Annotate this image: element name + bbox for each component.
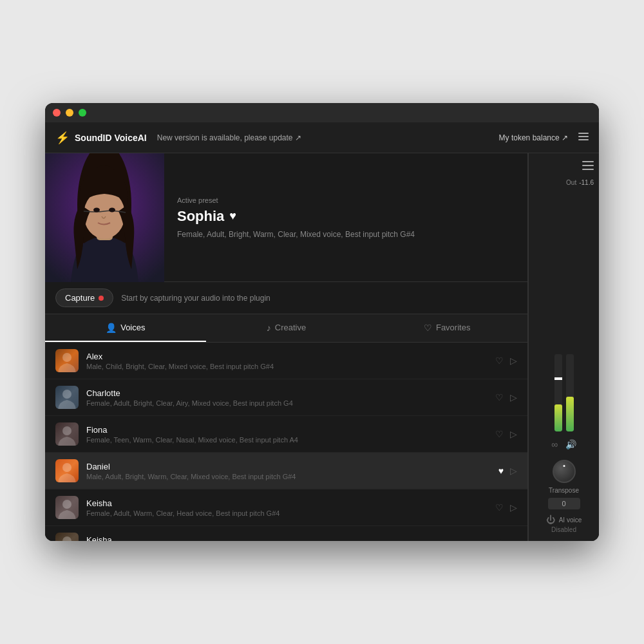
voice-play-alex[interactable]: ▷ [510,355,517,366]
minimize-button[interactable] [66,109,73,117]
voice-tags-fiona: Female, Teen, Warm, Clear, Nasal, Mixed … [86,436,488,444]
capture-hint: Start by capturing your audio into the p… [121,294,270,303]
logo-icon: ⚡ [55,131,70,145]
voice-info-charlotte: Charlotte Female, Adult, Bright, Clear, … [86,388,488,407]
voice-avatar-charlotte [55,386,79,409]
voice-name-fiona: Fiona [86,425,488,435]
voice-row-charlotte[interactable]: Charlotte Female, Adult, Bright, Clear, … [45,379,527,416]
voice-actions-charlotte: ♡ ▷ [495,392,517,402]
voice-actions-fiona: ♡ ▷ [495,429,517,439]
app-body: ⚡ SoundID VoiceAI New version is availab… [45,122,599,541]
voice-heart-keisha1[interactable]: ♡ [495,502,504,513]
tabs-bar: 👤 Voices ♪ Creative ♡ Favorites [45,314,527,343]
close-button[interactable] [53,109,61,117]
creative-icon: ♪ [267,323,271,333]
link-icon[interactable]: ∞ [551,439,558,450]
voices-icon: 👤 [106,323,117,333]
preset-tags: Female, Adult, Bright, Warm, Clear, Mixe… [177,230,515,239]
voice-avatar-alex [55,349,79,372]
menu-icon[interactable] [578,133,589,140]
ai-voice-label: AI voice [559,516,582,524]
svg-point-4 [93,208,100,213]
voice-name-charlotte: Charlotte [86,388,488,398]
voice-avatar-fiona [55,422,79,446]
tab-creative-label: Creative [275,323,306,332]
update-notice[interactable]: New version is available, please update … [157,133,489,142]
voice-name-daniel: Daniel [86,462,491,471]
logo: ⚡ SoundID VoiceAI [55,131,147,145]
voice-row-daniel[interactable]: Daniel Male, Adult, Bright, Warm, Clear,… [45,453,527,489]
capture-label: Capture [65,293,95,303]
voice-actions-alex: ♡ ▷ [495,355,517,366]
transpose-value[interactable]: 0 [548,498,580,509]
voice-heart-charlotte[interactable]: ♡ [495,392,504,402]
preset-name: Sophia ♥ [177,208,515,225]
power-icon[interactable]: ⏻ [546,515,555,525]
right-panel: Out -11.6 ∞ 🔊 [528,153,599,541]
voice-row-fiona[interactable]: Fiona Female, Teen, Warm, Clear, Nasal, … [45,416,527,453]
voice-play-fiona[interactable]: ▷ [510,429,517,439]
voice-name-keisha1: Keisha [86,498,488,508]
voice-info-keisha2: Keisha Female, Adult, Warm, Airy, Mixed … [86,535,488,542]
vu-fill-left [554,404,562,431]
rec-dot [99,296,104,301]
menu-line-3 [578,139,589,140]
voice-actions-daniel: ♥ ▷ [498,466,517,476]
transpose-knob[interactable] [553,460,576,483]
out-value: -11.6 [579,179,594,186]
right-menu-icon[interactable] [582,161,594,170]
tab-voices-label: Voices [120,323,145,332]
voice-avatar-keisha1 [55,496,79,519]
transpose-section: Transpose 0 [548,460,580,509]
voice-heart-fiona[interactable]: ♡ [495,429,504,439]
volume-icon[interactable]: 🔊 [565,439,576,450]
ai-voice-power-row: ⏻ AI voice [546,515,582,525]
voice-play-charlotte[interactable]: ▷ [510,392,517,402]
voice-heart-alex[interactable]: ♡ [495,355,504,366]
voice-heart-keisha2[interactable]: ♡ [495,539,504,541]
out-label: Out [566,179,576,186]
token-balance-link[interactable]: My token balance ↗ [499,133,568,142]
tab-creative[interactable]: ♪ Creative [206,314,367,342]
sophia-avatar [45,153,164,282]
svg-point-7 [62,390,71,399]
capture-bar: Capture Start by capturing your audio in… [45,282,527,314]
voice-info-alex: Alex Male, Child, Bright, Clear, Mixed v… [86,352,488,370]
voice-play-keisha1[interactable]: ▷ [510,502,517,513]
tab-favorites-label: Favorites [436,323,470,332]
preset-info: Active preset Sophia ♥ Female, Adult, Br… [164,153,527,281]
voice-list: Alex Male, Child, Bright, Clear, Mixed v… [45,343,527,541]
capture-button[interactable]: Capture [55,289,113,307]
header: ⚡ SoundID VoiceAI New version is availab… [45,122,599,153]
voice-actions-keisha1: ♡ ▷ [495,502,517,513]
voice-tags-daniel: Male, Adult, Bright, Warm, Clear, Mixed … [86,473,491,480]
vu-track-left [554,354,562,431]
vu-fill-right [566,397,574,431]
main-area: Active preset Sophia ♥ Female, Adult, Br… [45,153,599,541]
svg-point-10 [62,500,71,509]
voice-row-alex[interactable]: Alex Male, Child, Bright, Clear, Mixed v… [45,343,527,379]
preset-favorite-heart[interactable]: ♥ [229,209,236,223]
ai-voice-section: ⏻ AI voice Disabled [546,515,582,533]
voice-play-keisha2[interactable]: ▷ [510,539,517,541]
voice-heart-daniel[interactable]: ♥ [498,466,504,476]
voice-row-keisha1[interactable]: Keisha Female, Adult, Warm, Clear, Head … [45,489,527,526]
title-bar [45,103,599,122]
maximize-button[interactable] [79,109,86,117]
out-level-row: Out -11.6 [534,179,594,186]
vu-handle-left[interactable] [554,377,562,380]
voice-row-keisha2[interactable]: Keisha Female, Adult, Warm, Airy, Mixed … [45,526,527,541]
left-panel: Active preset Sophia ♥ Female, Adult, Br… [45,153,528,541]
voice-play-daniel[interactable]: ▷ [510,466,517,476]
svg-point-9 [62,463,71,472]
tab-voices[interactable]: 👤 Voices [45,314,206,342]
preset-area: Active preset Sophia ♥ Female, Adult, Br… [45,153,527,282]
active-preset-label: Active preset [177,196,515,204]
knob-dot [563,465,565,467]
favorites-icon: ♡ [424,323,432,333]
voice-tags-alex: Male, Child, Bright, Clear, Mixed voice,… [86,363,488,370]
svg-point-6 [62,353,71,362]
tab-favorites[interactable]: ♡ Favorites [366,314,527,342]
svg-point-11 [62,536,71,541]
voice-tags-keisha1: Female, Adult, Warm, Clear, Head voice, … [86,509,488,517]
